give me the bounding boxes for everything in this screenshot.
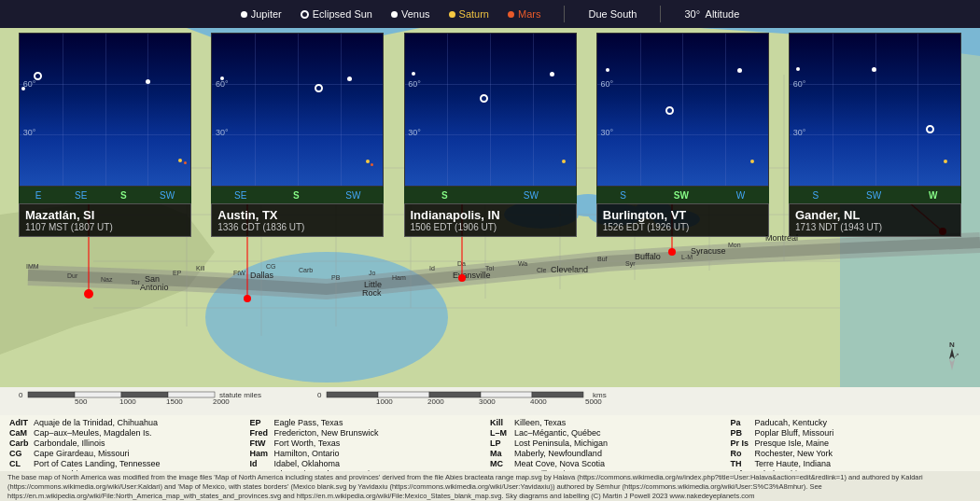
location-name-gander: Gander, NL: [795, 208, 955, 222]
svg-text:Kill: Kill: [196, 265, 205, 271]
svg-text:Id: Id: [429, 265, 435, 271]
abbrev-item: PaPaducah, Kentucky: [731, 418, 972, 427]
legend-saturn: Saturn: [449, 8, 489, 20]
location-time-mazatlan: 1107 MST (1807 UT): [25, 222, 185, 232]
panel-indianapolis: 60° 30° S SW Indianapolis, IN 1506 EDT (…: [404, 33, 577, 237]
svg-text:4000: 4000: [530, 397, 547, 406]
legend-eclipsedsun: Eclipsed Sun: [301, 8, 372, 20]
scale-bar: 0 500 1000 1500 2000 statute miles 0 100…: [0, 387, 980, 415]
abbrev-item: Pr IsPresque Isle, Maine: [731, 438, 972, 448]
abbrev-item: LPLost Peninsula, Michigan: [490, 438, 731, 448]
jupiter-label: Jupiter: [251, 8, 282, 20]
eclipsedsun-dot: [301, 10, 309, 19]
dir-SW-burl: SW: [674, 190, 689, 201]
sky-canvas-burlington: 60° 30°: [596, 33, 769, 187]
abbrev-item: EPEagle Pass, Texas: [250, 418, 491, 427]
svg-text:Tor: Tor: [131, 279, 140, 285]
legend-mars: Mars: [508, 8, 540, 20]
svg-text:kms: kms: [593, 391, 607, 399]
svg-text:1000: 1000: [119, 397, 136, 406]
dir-W-gander: W: [929, 190, 937, 201]
svg-text:Carb: Carb: [299, 267, 313, 273]
abbrev-item: AdITAquaje de la Trinidad, Chihuahua: [9, 418, 250, 427]
abbrev-item: CGCape Girardeau, Missouri: [9, 449, 250, 458]
mars-label: Mars: [518, 8, 540, 20]
svg-text:Rock: Rock: [362, 288, 382, 298]
svg-text:statute miles: statute miles: [219, 391, 261, 399]
abbrev-item: CaMCap–aux–Meules, Magdalen Is.: [9, 428, 250, 438]
dir-S-burl: S: [620, 190, 626, 201]
dir-S-austin: S: [293, 190, 300, 201]
abbrev-item: IdIdabel, Oklahoma: [250, 459, 491, 468]
scale-ruler-svg: 0 500 1000 1500 2000 statute miles 0 100…: [19, 388, 859, 414]
legend-venus: Venus: [391, 8, 430, 20]
location-name-burlington: Burlington, VT: [603, 208, 763, 222]
panel-burlington: 60° 30° S SW W Burlington, VT 1526 EDT (…: [596, 33, 769, 237]
map-area: San Antonio Dallas Little Rock Evansvill…: [0, 28, 980, 387]
dir-SE-austin: SE: [234, 190, 246, 201]
venus-label: Venus: [401, 8, 430, 20]
mars-dot: [508, 11, 514, 18]
svg-rect-79: [327, 392, 378, 397]
abbrev-item: L–MLac–Mégantic, Québec: [490, 428, 731, 438]
abbrev-item: RoRochester, New York: [731, 449, 972, 458]
compass-label: Due South: [588, 8, 637, 20]
svg-text:IMM: IMM: [26, 263, 39, 270]
abbrev-item: FredFredericton, New Brunswick: [250, 428, 491, 438]
location-time-austin: 1336 CDT (1836 UT): [217, 222, 377, 232]
svg-text:PB: PB: [331, 274, 341, 281]
svg-text:Wa: Wa: [518, 260, 527, 267]
svg-text:N: N: [949, 341, 955, 349]
jupiter-dot: [241, 11, 247, 18]
abbrev-item: PBPoplar Bluff, Missouri: [731, 428, 972, 438]
svg-rect-69: [28, 392, 75, 397]
location-name-indianapolis: Indianapolis, IN: [411, 208, 570, 222]
dir-W-burl: W: [736, 190, 745, 201]
saturn-label: Saturn: [459, 8, 489, 20]
svg-text:Syr: Syr: [625, 260, 636, 268]
svg-text:Naz: Naz: [101, 276, 113, 283]
sky-canvas-gander: 60° 30°: [789, 33, 961, 187]
svg-text:0: 0: [19, 391, 23, 399]
dir-S-gander: S: [812, 190, 819, 201]
sky-canvas-indianapolis: 60° 30°: [404, 33, 577, 187]
dir-S-active: S: [120, 190, 127, 201]
panel-austin: 60° 30° SE S SW Austin, TX 1336 CD: [211, 33, 384, 237]
legend-bar: Jupiter Eclipsed Sun Venus Saturn Mars D…: [0, 0, 980, 28]
dir-S-indy: S: [441, 190, 448, 201]
svg-text:1500: 1500: [166, 397, 183, 406]
location-time-gander: 1713 NDT (1943 UT): [795, 222, 955, 232]
svg-text:Jo: Jo: [369, 270, 376, 276]
svg-text:Tol: Tol: [485, 265, 494, 271]
svg-text:FtW: FtW: [233, 270, 245, 276]
sky-canvas-austin: 60° 30°: [211, 33, 384, 187]
legend-jupiter: Jupiter: [241, 8, 282, 20]
venus-dot: [391, 11, 398, 18]
svg-text:Mon: Mon: [728, 242, 741, 248]
svg-text:Syracuse: Syracuse: [691, 246, 726, 256]
location-box-burlington: Burlington, VT 1526 EDT (1926 UT): [596, 203, 769, 237]
abbrev-table: AdITAquaje de la Trinidad, Chihuahua CaM…: [0, 415, 980, 471]
svg-text:↗: ↗: [954, 352, 959, 358]
svg-text:1000: 1000: [376, 397, 393, 406]
eclipsedsun-label: Eclipsed Sun: [313, 8, 372, 20]
abbrev-item: KillKilleen, Texas: [490, 418, 731, 427]
location-name-austin: Austin, TX: [217, 208, 377, 222]
abbrev-item: HamHamilton, Ontario: [250, 449, 491, 458]
sky-panels: 60° 30° E SE S SW Mazatlán, SI: [0, 28, 980, 237]
saturn-dot: [449, 11, 455, 18]
location-time-indianapolis: 1506 EDT (1906 UT): [411, 222, 570, 232]
location-name-mazatlan: Mazatlán, SI: [25, 208, 185, 222]
sky-canvas-mazatlan: 60° 30°: [19, 33, 191, 187]
panel-gander: 60° 30° S SW W Gander, NL 1713 NDT (1943…: [789, 33, 961, 237]
abbrev-item: FtWFort Worth, Texas: [250, 438, 491, 448]
svg-text:Ham: Ham: [392, 274, 406, 281]
svg-text:500: 500: [75, 397, 88, 406]
location-box-mazatlan: Mazatlán, SI 1107 MST (1807 UT): [19, 203, 191, 237]
location-box-austin: Austin, TX 1336 CDT (1836 UT): [211, 203, 384, 237]
abbrev-item: MCMeat Cove, Nova Scotia: [490, 459, 731, 468]
svg-text:Buffalo: Buffalo: [635, 252, 661, 261]
dir-SE: SE: [75, 190, 87, 201]
legend-divider: [564, 6, 565, 22]
abbrev-item: CLPort of Cates Landing, Tennessee: [9, 459, 250, 468]
